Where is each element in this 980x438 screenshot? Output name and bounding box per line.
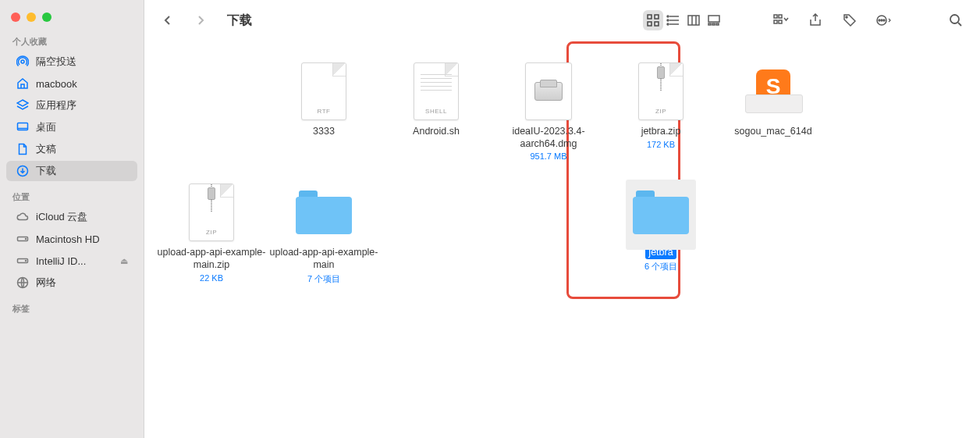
- sidebar-item-label: macbook: [36, 78, 77, 90]
- folder-icon: [296, 191, 352, 234]
- sidebar-item-downloads[interactable]: 下载: [6, 161, 137, 181]
- svg-point-28: [883, 20, 885, 21]
- sidebar-item-network[interactable]: 网络: [6, 272, 137, 293]
- view-columns-button[interactable]: [684, 10, 704, 30]
- file-name: Android.sh: [413, 126, 460, 138]
- svg-point-0: [21, 60, 24, 63]
- file-item[interactable]: upload-app-api-example-main 7 个项目: [268, 183, 380, 284]
- toolbar: 下载: [144, 0, 980, 41]
- zip-file-icon: ZIP: [638, 62, 684, 120]
- airdrop-icon: [16, 55, 30, 69]
- window-title: 下载: [227, 12, 252, 29]
- drive-icon: [16, 232, 30, 246]
- svg-point-14: [667, 23, 669, 25]
- svg-point-29: [950, 15, 959, 23]
- file-item[interactable]: ZIP upload-app-api-example-main.zip 22 K…: [155, 183, 268, 284]
- action-menu-button[interactable]: [874, 10, 894, 30]
- svg-rect-10: [648, 22, 652, 26]
- svg-point-12: [667, 16, 669, 17]
- sidebar-item-label: 文稿: [36, 142, 56, 156]
- svg-rect-15: [688, 16, 699, 25]
- view-mode-group: [643, 10, 724, 30]
- app-icon: [16, 98, 30, 112]
- download-icon: [16, 164, 30, 178]
- svg-point-13: [667, 20, 669, 21]
- svg-rect-19: [716, 23, 719, 25]
- sidebar-item-macintosh-hd[interactable]: Macintosh HD: [6, 229, 137, 249]
- forward-button[interactable]: [191, 11, 210, 30]
- tags-button[interactable]: [840, 10, 860, 30]
- content-pane: 下载 RTF 3333 SHE: [144, 0, 980, 438]
- view-list-button[interactable]: [663, 10, 684, 30]
- sidebar-item-intellij-disk[interactable]: IntelliJ ID... ⏏: [6, 251, 137, 271]
- rtf-file-icon: RTF: [301, 62, 346, 120]
- close-window-button[interactable]: [11, 12, 20, 22]
- sidebar-section-tags: 标签: [0, 300, 144, 318]
- file-name: upload-app-api-example-main: [269, 247, 378, 271]
- sidebar-item-documents[interactable]: 文稿: [6, 139, 137, 159]
- view-icons-button[interactable]: [643, 10, 663, 30]
- desktop-icon: [16, 120, 30, 134]
- sidebar-section-favorites: 个人收藏: [0, 33, 144, 51]
- svg-rect-8: [648, 15, 652, 19]
- svg-rect-18: [712, 23, 715, 25]
- shell-file-icon: SHELL: [414, 62, 459, 120]
- globe-icon: [16, 276, 30, 290]
- svg-rect-16: [708, 16, 719, 22]
- svg-point-26: [881, 20, 882, 21]
- svg-rect-22: [774, 20, 777, 23]
- doc-icon: [16, 142, 30, 156]
- sidebar-item-icloud[interactable]: iCloud 云盘: [6, 207, 137, 227]
- sidebar-item-label: 应用程序: [36, 98, 76, 112]
- finder-window: 个人收藏 隔空投送 macbook 应用程序 桌面 文稿 下载 位置 iC: [0, 0, 980, 438]
- svg-point-24: [846, 16, 847, 18]
- file-item[interactable]: SHELL Android.sh: [380, 62, 492, 161]
- svg-rect-21: [779, 15, 782, 18]
- sidebar-item-label: IntelliJ ID...: [36, 255, 86, 267]
- svg-rect-23: [779, 20, 782, 23]
- sidebar-section-locations: 位置: [0, 188, 144, 206]
- sidebar-item-home[interactable]: macbook: [6, 73, 137, 94]
- folder-icon: [633, 191, 689, 234]
- maximize-window-button[interactable]: [42, 12, 51, 22]
- file-meta: 172 KB: [647, 140, 675, 149]
- file-meta: 7 个项目: [307, 273, 340, 285]
- file-item[interactable]: ZIP jetbra.zip 172 KB: [605, 62, 717, 161]
- svg-point-27: [879, 20, 880, 21]
- file-name: ideaIU-2023.3.4-aarch64.dmg: [494, 126, 603, 150]
- sidebar-item-label: 下载: [36, 164, 56, 178]
- search-button[interactable]: [946, 10, 966, 30]
- minimize-window-button[interactable]: [27, 12, 36, 22]
- back-button[interactable]: [158, 11, 177, 30]
- file-item[interactable]: S sogou_mac_614d: [717, 62, 829, 161]
- svg-rect-9: [655, 15, 659, 19]
- file-name: jetbra.zip: [641, 126, 681, 138]
- eject-icon[interactable]: ⏏: [120, 256, 128, 266]
- sidebar-item-applications[interactable]: 应用程序: [6, 95, 137, 116]
- drive-icon: [16, 254, 30, 268]
- files-area[interactable]: RTF 3333 SHELL Android.sh ideaIU-2023.3.…: [144, 41, 980, 438]
- sidebar-item-desktop[interactable]: 桌面: [6, 117, 137, 137]
- file-item[interactable]: RTF 3333: [268, 62, 380, 161]
- view-gallery-button[interactable]: [704, 10, 724, 30]
- svg-point-6: [26, 261, 27, 262]
- sidebar-item-label: Macintosh HD: [36, 233, 100, 245]
- svg-rect-11: [655, 22, 659, 26]
- file-item-selected[interactable]: jetbra 6 个项目: [605, 183, 717, 284]
- house-icon: [16, 77, 30, 91]
- file-name: 3333: [313, 126, 335, 138]
- file-meta: 6 个项目: [644, 261, 677, 272]
- svg-rect-17: [708, 23, 711, 25]
- file-item[interactable]: ideaIU-2023.3.4-aarch64.dmg 951.7 MB: [492, 62, 605, 161]
- share-button[interactable]: [805, 10, 826, 30]
- svg-rect-20: [774, 15, 777, 18]
- sidebar-item-airdrop[interactable]: 隔空投送: [6, 52, 137, 72]
- group-by-button[interactable]: [771, 10, 791, 30]
- sidebar-item-label: 网络: [36, 276, 56, 290]
- file-name: sogou_mac_614d: [734, 126, 811, 138]
- sidebar-item-label: iCloud 云盘: [36, 210, 87, 224]
- sidebar-item-label: 桌面: [36, 120, 56, 134]
- file-meta: 22 KB: [200, 273, 223, 283]
- file-meta: 951.7 MB: [530, 151, 566, 161]
- window-controls: [0, 6, 144, 33]
